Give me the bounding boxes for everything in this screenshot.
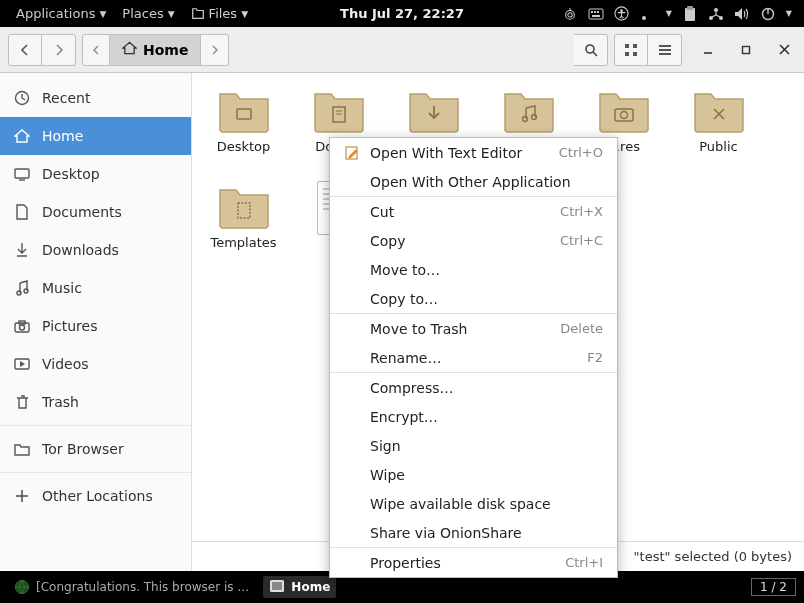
- cm-cut[interactable]: Cut Ctrl+X: [330, 197, 617, 226]
- cm-open-text-editor[interactable]: Open With Text Editor Ctrl+O: [330, 138, 617, 167]
- files-icon: [191, 7, 205, 21]
- workspace-indicator[interactable]: 1 / 2: [751, 578, 796, 596]
- files-toolbar: Home: [0, 27, 804, 73]
- folder-public[interactable]: Public: [671, 81, 766, 177]
- back-button[interactable]: [8, 34, 42, 66]
- file-context-menu: Open With Text Editor Ctrl+O Open With O…: [329, 137, 618, 578]
- sidebar-item-home[interactable]: Home: [0, 117, 191, 155]
- cm-label: Rename…: [370, 350, 441, 366]
- places-menu[interactable]: Places ▼: [114, 0, 182, 27]
- maximize-button[interactable]: [734, 38, 758, 62]
- trash-icon: [14, 394, 30, 410]
- sidebar-item-label: Pictures: [42, 318, 97, 334]
- folder-label: Public: [699, 139, 737, 154]
- svg-point-9: [642, 16, 646, 20]
- cm-label: Wipe available disk space: [370, 496, 551, 512]
- volume-icon[interactable]: [734, 6, 750, 22]
- onion-icon[interactable]: [562, 6, 578, 22]
- sidebar-item-pictures[interactable]: Pictures: [0, 307, 191, 345]
- folder-icon: [14, 441, 30, 457]
- network-icon[interactable]: [708, 6, 724, 22]
- path-home-button[interactable]: Home: [110, 34, 201, 66]
- svg-rect-21: [625, 52, 629, 56]
- cm-wipe[interactable]: Wipe: [330, 460, 617, 489]
- places-sidebar: Recent Home Desktop Documents Downloads: [0, 73, 192, 571]
- svg-line-18: [593, 52, 597, 56]
- panel-datetime[interactable]: Thu Jul 27, 22:27: [340, 6, 464, 21]
- path-up-button[interactable]: [82, 34, 110, 66]
- svg-rect-31: [15, 169, 29, 178]
- home-icon: [14, 128, 30, 144]
- sidebar-item-downloads[interactable]: Downloads: [0, 231, 191, 269]
- folder-templates[interactable]: Templates: [196, 177, 291, 273]
- close-button[interactable]: [772, 38, 796, 62]
- taskbar-files-home[interactable]: Home: [263, 576, 336, 598]
- cm-move-to-trash[interactable]: Move to Trash Delete: [330, 314, 617, 343]
- sidebar-item-label: Trash: [42, 394, 79, 410]
- cm-open-other-app[interactable]: Open With Other Application: [330, 167, 617, 196]
- files-app-menu[interactable]: Files ▼: [183, 0, 256, 27]
- cm-copy-to[interactable]: Copy to…: [330, 284, 617, 313]
- sidebar-item-music[interactable]: Music: [0, 269, 191, 307]
- forward-button[interactable]: [42, 34, 76, 66]
- cm-label: Open With Other Application: [370, 174, 571, 190]
- svg-point-37: [20, 325, 25, 330]
- desktop-icon: [14, 166, 30, 182]
- camera-icon: [14, 318, 30, 334]
- folder-icon: [596, 85, 652, 137]
- cm-copy[interactable]: Copy Ctrl+C: [330, 226, 617, 255]
- places-label: Places: [122, 6, 163, 21]
- sidebar-item-label: Music: [42, 280, 82, 296]
- search-button[interactable]: [574, 34, 608, 66]
- files-icon: [269, 579, 285, 595]
- cm-sign[interactable]: Sign: [330, 431, 617, 460]
- cm-move-to[interactable]: Move to…: [330, 255, 617, 284]
- sidebar-item-videos[interactable]: Videos: [0, 345, 191, 383]
- hamburger-menu-button[interactable]: [648, 34, 682, 66]
- sidebar-item-recent[interactable]: Recent: [0, 79, 191, 117]
- svg-rect-2: [589, 9, 603, 19]
- chevron-down-icon: ▼: [241, 9, 248, 19]
- svg-rect-19: [625, 44, 629, 48]
- taskbar-tor-browser[interactable]: [Congratulations. This browser is …: [8, 576, 255, 598]
- icon-view-button[interactable]: [614, 34, 648, 66]
- cm-rename[interactable]: Rename… F2: [330, 343, 617, 372]
- cm-label: Compress…: [370, 380, 454, 396]
- sidebar-item-tor-browser[interactable]: Tor Browser: [0, 430, 191, 468]
- dot-icon[interactable]: [640, 6, 656, 22]
- sidebar-item-trash[interactable]: Trash: [0, 383, 191, 421]
- path-next-button[interactable]: [201, 34, 229, 66]
- folder-icon: [691, 85, 747, 137]
- folder-desktop[interactable]: Desktop: [196, 81, 291, 177]
- cm-onionshare[interactable]: Share via OnionShare: [330, 518, 617, 547]
- cm-accel: F2: [587, 350, 603, 365]
- chevron-down-icon: ▼: [786, 9, 792, 18]
- svg-rect-6: [592, 15, 600, 17]
- path-home-label: Home: [143, 42, 188, 58]
- cm-properties[interactable]: Properties Ctrl+I: [330, 548, 617, 577]
- files-label: Files: [209, 6, 238, 21]
- cm-label: Open With Text Editor: [370, 145, 522, 161]
- gnome-top-panel: Applications ▼ Places ▼ Files ▼ Thu Jul …: [0, 0, 804, 27]
- cm-compress[interactable]: Compress…: [330, 373, 617, 402]
- sidebar-item-label: Home: [42, 128, 83, 144]
- cm-label: Move to Trash: [370, 321, 468, 337]
- keyboard-icon[interactable]: [588, 6, 604, 22]
- svg-rect-27: [743, 46, 750, 53]
- accessibility-icon[interactable]: [614, 6, 630, 22]
- cm-accel: Ctrl+X: [560, 204, 603, 219]
- sidebar-item-label: Tor Browser: [42, 441, 124, 457]
- svg-rect-3: [591, 11, 593, 13]
- power-icon[interactable]: [760, 6, 776, 22]
- minimize-button[interactable]: [696, 38, 720, 62]
- workspace-label: 1 / 2: [760, 580, 787, 594]
- sidebar-item-other-locations[interactable]: Other Locations: [0, 477, 191, 515]
- svg-point-8: [620, 9, 623, 12]
- clipboard-icon[interactable]: [682, 6, 698, 22]
- cm-encrypt[interactable]: Encrypt…: [330, 402, 617, 431]
- applications-menu[interactable]: Applications ▼: [8, 0, 114, 27]
- sidebar-item-documents[interactable]: Documents: [0, 193, 191, 231]
- cm-label: Share via OnionShare: [370, 525, 522, 541]
- sidebar-item-desktop[interactable]: Desktop: [0, 155, 191, 193]
- cm-wipe-space[interactable]: Wipe available disk space: [330, 489, 617, 518]
